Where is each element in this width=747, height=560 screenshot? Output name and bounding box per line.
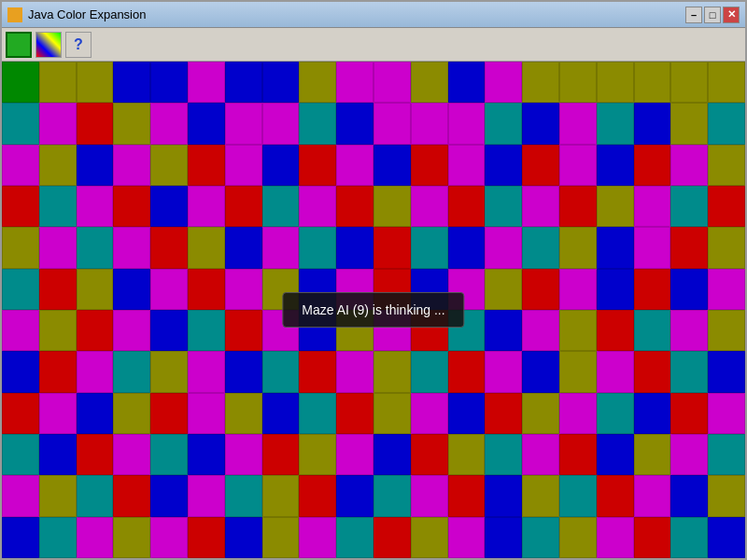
grid-cell[interactable] [150, 62, 188, 103]
grid-cell[interactable] [77, 103, 114, 144]
grid-cell[interactable] [2, 186, 39, 227]
grid-cell[interactable] [113, 103, 150, 144]
grid-cell[interactable] [411, 517, 448, 558]
grid-cell[interactable] [374, 103, 411, 144]
grid-cell[interactable] [559, 310, 597, 351]
grid-cell[interactable] [299, 186, 336, 227]
grid-cell[interactable] [670, 475, 708, 516]
grid-cell[interactable] [485, 310, 522, 351]
grid-cell[interactable] [597, 145, 634, 186]
grid-cell[interactable] [262, 186, 300, 227]
grid-cell[interactable] [262, 517, 300, 558]
grid-cell[interactable] [77, 434, 114, 475]
grid-cell[interactable] [113, 475, 150, 516]
grid-cell[interactable] [708, 393, 745, 434]
grid-cell[interactable] [77, 475, 114, 516]
grid-cell[interactable] [225, 186, 262, 227]
grid-cell[interactable] [559, 475, 597, 516]
grid-cell[interactable] [150, 475, 188, 516]
grid-cell[interactable] [225, 475, 262, 516]
grid-cell[interactable] [485, 393, 522, 434]
grid-cell[interactable] [485, 227, 522, 268]
grid-cell[interactable] [708, 227, 745, 268]
grid-cell[interactable] [411, 434, 448, 475]
grid-cell[interactable] [670, 393, 708, 434]
grid-cell[interactable] [299, 145, 336, 186]
grid-cell[interactable] [262, 62, 300, 103]
grid-cell[interactable] [188, 145, 225, 186]
grid-cell[interactable] [559, 269, 597, 310]
grid-cell[interactable] [597, 103, 634, 144]
grid-cell[interactable] [188, 103, 225, 144]
grid-cell[interactable] [225, 310, 262, 351]
grid-cell[interactable] [559, 434, 597, 475]
grid-cell[interactable] [336, 434, 374, 475]
grid-cell[interactable] [225, 517, 262, 558]
grid-cell[interactable] [522, 186, 559, 227]
grid-cell[interactable] [670, 62, 708, 103]
grid-cell[interactable] [113, 227, 150, 268]
grid-cell[interactable] [708, 145, 745, 186]
grid-cell[interactable] [708, 517, 745, 558]
grid-cell[interactable] [448, 227, 486, 268]
grid-cell[interactable] [708, 62, 745, 103]
grid-cell[interactable] [670, 186, 708, 227]
grid-cell[interactable] [374, 186, 411, 227]
grid-cell[interactable] [374, 475, 411, 516]
maximize-button[interactable]: □ [704, 7, 721, 23]
grid-cell[interactable] [299, 475, 336, 516]
grid-cell[interactable] [113, 393, 150, 434]
grid-cell[interactable] [336, 393, 374, 434]
grid-cell[interactable] [597, 62, 634, 103]
grid-cell[interactable] [374, 393, 411, 434]
grid-cell[interactable] [2, 62, 39, 103]
grid-cell[interactable] [150, 351, 188, 392]
grid-cell[interactable] [150, 186, 188, 227]
grid-cell[interactable] [336, 186, 374, 227]
grid-cell[interactable] [113, 269, 150, 310]
grid-cell[interactable] [336, 145, 374, 186]
grid-cell[interactable] [411, 103, 448, 144]
grid-cell[interactable] [522, 227, 559, 268]
grid-cell[interactable] [2, 310, 39, 351]
grid-cell[interactable] [188, 393, 225, 434]
grid-cell[interactable] [634, 475, 671, 516]
grid-cell[interactable] [262, 227, 300, 268]
grid-cell[interactable] [77, 393, 114, 434]
grid-cell[interactable] [39, 517, 77, 558]
grid-cell[interactable] [708, 269, 745, 310]
grid-cell[interactable] [336, 351, 374, 392]
grid-cell[interactable] [448, 186, 486, 227]
grid-cell[interactable] [188, 186, 225, 227]
grid-cell[interactable] [485, 269, 522, 310]
grid-cell[interactable] [113, 145, 150, 186]
grid-cell[interactable] [448, 393, 486, 434]
grid-cell[interactable] [299, 517, 336, 558]
grid-cell[interactable] [448, 145, 486, 186]
grid-cell[interactable] [39, 351, 77, 392]
grid-cell[interactable] [708, 310, 745, 351]
grid-cell[interactable] [77, 62, 114, 103]
grid-cell[interactable] [634, 145, 671, 186]
grid-cell[interactable] [448, 103, 486, 144]
grid-cell[interactable] [299, 351, 336, 392]
grid-cell[interactable] [150, 310, 188, 351]
grid-cell[interactable] [708, 351, 745, 392]
grid-cell[interactable] [485, 145, 522, 186]
grid-cell[interactable] [597, 517, 634, 558]
grid-cell[interactable] [113, 186, 150, 227]
grid-cell[interactable] [2, 269, 39, 310]
grid-cell[interactable] [113, 62, 150, 103]
color-button[interactable] [35, 32, 62, 58]
grid-cell[interactable] [150, 517, 188, 558]
grid-cell[interactable] [448, 517, 486, 558]
grid-cell[interactable] [708, 475, 745, 516]
grid-cell[interactable] [188, 310, 225, 351]
grid-cell[interactable] [2, 475, 39, 516]
grid-cell[interactable] [77, 310, 114, 351]
grid-cell[interactable] [708, 434, 745, 475]
grid-cell[interactable] [597, 269, 634, 310]
grid-cell[interactable] [113, 310, 150, 351]
grid-cell[interactable] [634, 393, 671, 434]
grid-cell[interactable] [262, 351, 300, 392]
